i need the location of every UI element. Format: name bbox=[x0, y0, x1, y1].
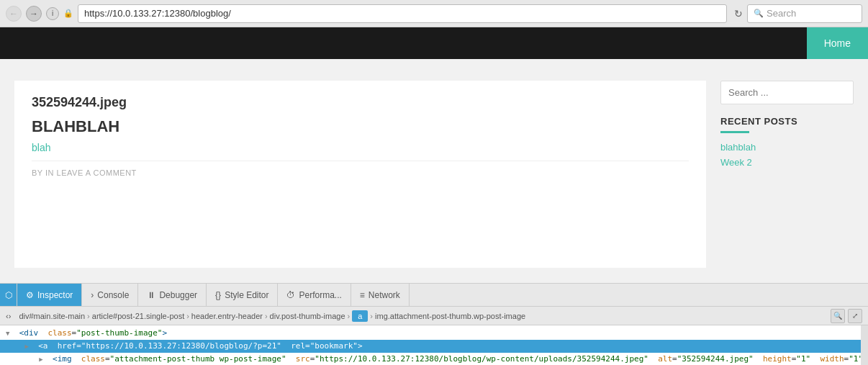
devtools-tabs: ⬡ ⚙ Inspector › Console ⏸ Debugger {} St… bbox=[0, 284, 868, 307]
inspector-icon: ⚙ bbox=[26, 290, 34, 300]
breadcrumb-main[interactable]: div#main.site-main bbox=[19, 312, 85, 320]
breadcrumb-next[interactable]: › bbox=[9, 312, 12, 320]
breadcrumb-div[interactable]: div.post-thumb-image bbox=[270, 312, 345, 320]
devtools-panel: ⬡ ⚙ Inspector › Console ⏸ Debugger {} St… bbox=[0, 283, 868, 365]
tab-style-editor-label: Style Editor bbox=[225, 290, 268, 300]
search-placeholder: Search bbox=[767, 8, 796, 19]
site-header: Home bbox=[0, 27, 868, 59]
breadcrumb-a[interactable]: a bbox=[352, 310, 368, 322]
site-wrapper: Home 352594244.jpeg BLAHBLAH blah BY IN … bbox=[0, 27, 868, 283]
tab-style-editor[interactable]: {} Style Editor bbox=[207, 284, 278, 306]
tag-img: <img bbox=[53, 354, 72, 364]
forward-icon: → bbox=[30, 9, 38, 19]
breadcrumb-header-text: header.entry-header bbox=[191, 312, 263, 320]
expand-arrow-3: ▶ bbox=[39, 356, 42, 363]
sidebar-search-input[interactable] bbox=[720, 81, 854, 104]
tab-console-label: Console bbox=[97, 290, 129, 300]
post-excerpt: blah bbox=[32, 142, 689, 153]
tag-div-open: <div bbox=[19, 328, 39, 338]
html-panel[interactable]: ▼ <div class="post-thumb-image"> ▶ <a hr… bbox=[0, 325, 868, 365]
forward-button[interactable]: → bbox=[26, 6, 42, 22]
debugger-icon: ⏸ bbox=[147, 290, 155, 300]
breadcrumb-a-text: a bbox=[358, 312, 362, 320]
expand-arrow-1: ▼ bbox=[6, 330, 9, 337]
post-meta: BY IN LEAVE A COMMENT bbox=[32, 161, 689, 177]
breadcrumb-main-text: div#main.site-main bbox=[19, 312, 85, 320]
tab-debugger-label: Debugger bbox=[159, 290, 197, 300]
breadcrumb-header[interactable]: header.entry-header bbox=[191, 312, 263, 320]
html-line-3: ▶ <img class="attachment-post-thumb wp-p… bbox=[0, 353, 868, 365]
html-line-2[interactable]: ▶ <a href="https://10.0.133.27:12380/blo… bbox=[0, 340, 868, 353]
tag-a-open: <a bbox=[38, 341, 48, 351]
breadcrumb-img[interactable]: img.attachment-post-thumb.wp-post-image bbox=[375, 312, 525, 320]
attr-img-class: class bbox=[81, 354, 105, 364]
attr-rel: rel bbox=[291, 341, 305, 351]
expand-arrow-2: ▶ bbox=[25, 343, 29, 350]
tab-debugger[interactable]: ⏸ Debugger bbox=[138, 284, 207, 306]
tab-inspector-label: Inspector bbox=[37, 290, 73, 300]
main-content: 352594244.jpeg BLAHBLAH blah BY IN LEAVE… bbox=[14, 81, 706, 268]
back-button[interactable]: ← bbox=[6, 6, 22, 22]
recent-post-week2[interactable]: Week 2 bbox=[720, 157, 854, 168]
post-image-title: 352594244.jpeg bbox=[32, 95, 689, 110]
attr-height: height bbox=[763, 354, 792, 364]
browser-search-bar[interactable]: 🔍 Search bbox=[747, 4, 862, 23]
url-text: https://10.0.133.27:12380/blogblog/ bbox=[84, 8, 231, 19]
attr-class-1: class bbox=[48, 328, 71, 338]
pointer-icon: ⬡ bbox=[5, 290, 12, 300]
html-line-1: ▼ <div class="post-thumb-image"> bbox=[0, 327, 868, 340]
tab-performance-label: Performa... bbox=[299, 290, 341, 300]
site-content: 352594244.jpeg BLAHBLAH blah BY IN LEAVE… bbox=[0, 59, 868, 268]
console-icon: › bbox=[91, 290, 94, 300]
breadcrumb-article-text: article#post-21.single-post bbox=[92, 312, 184, 320]
recent-posts-underline bbox=[720, 131, 749, 133]
tab-performance[interactable]: ⏱ Performa... bbox=[278, 284, 351, 306]
attr-rel-value: "bookmark" bbox=[310, 341, 358, 351]
sidebar: RECENT POSTS blahblah Week 2 bbox=[720, 81, 854, 268]
post-title: BLAHBLAH bbox=[32, 117, 689, 136]
attr-alt-value: "352594244.jpeg" bbox=[677, 354, 754, 364]
reload-button[interactable]: ↻ bbox=[734, 8, 743, 19]
breadcrumb-bar: ‹ › div#main.site-main › article#post-21… bbox=[0, 307, 868, 325]
breadcrumb-img-text: img.attachment-post-thumb.wp-post-image bbox=[375, 312, 525, 320]
info-button[interactable]: i bbox=[46, 7, 59, 20]
attr-img-class-value: "attachment-post-thumb wp-post-image" bbox=[110, 354, 286, 364]
recent-posts-title: RECENT POSTS bbox=[720, 116, 854, 127]
attr-value-1: "post-thumb-image" bbox=[76, 328, 162, 338]
recent-post-blahblah[interactable]: blahblah bbox=[720, 142, 854, 153]
breadcrumb-arrow-3: › bbox=[265, 312, 268, 320]
breadcrumb-article[interactable]: article#post-21.single-post bbox=[92, 312, 184, 320]
tab-network-label: Network bbox=[369, 290, 400, 300]
scroll-indicator[interactable] bbox=[861, 325, 868, 365]
back-icon: ← bbox=[9, 9, 18, 19]
lock-icon: 🔒 bbox=[63, 9, 73, 18]
breadcrumb-arrow-2: › bbox=[186, 312, 189, 320]
tab-inspector[interactable]: ⚙ Inspector bbox=[17, 284, 82, 306]
info-icon: i bbox=[52, 9, 53, 17]
browser-toolbar: ← → i 🔒 https://10.0.133.27:12380/blogbl… bbox=[0, 0, 868, 27]
attr-src-value: "https://10.0.133.27:12380/blogblog/wp-c… bbox=[315, 354, 648, 364]
attr-href: href bbox=[58, 341, 77, 351]
attr-height-value: "1" bbox=[796, 354, 810, 364]
tab-console[interactable]: › Console bbox=[82, 284, 138, 306]
search-nodes-button[interactable]: 🔍 bbox=[831, 309, 845, 323]
breadcrumb-arrow-5: › bbox=[370, 312, 373, 320]
breadcrumb-arrow-4: › bbox=[348, 312, 351, 320]
network-icon: ≡ bbox=[360, 290, 365, 300]
tab-network[interactable]: ≡ Network bbox=[351, 284, 410, 306]
breadcrumb-arrow-1: › bbox=[87, 312, 90, 320]
breadcrumb-actions: 🔍 ⤢ bbox=[831, 309, 862, 323]
url-bar[interactable]: https://10.0.133.27:12380/blogblog/ bbox=[78, 4, 727, 23]
style-editor-icon: {} bbox=[215, 290, 221, 300]
search-icon: 🔍 bbox=[754, 9, 764, 18]
devtools-pointer-button[interactable]: ⬡ bbox=[0, 284, 17, 306]
breadcrumb-div-text: div.post-thumb-image bbox=[270, 312, 345, 320]
nav-home-link[interactable]: Home bbox=[807, 27, 868, 59]
performance-icon: ⏱ bbox=[286, 290, 295, 300]
expand-panel-button[interactable]: ⤢ bbox=[848, 309, 862, 323]
attr-width: width bbox=[820, 354, 844, 364]
attr-href-value: "https://10.0.133.27:12380/blogblog/?p=2… bbox=[81, 341, 281, 351]
attr-src: src bbox=[296, 354, 310, 364]
attr-alt: alt bbox=[658, 354, 672, 364]
